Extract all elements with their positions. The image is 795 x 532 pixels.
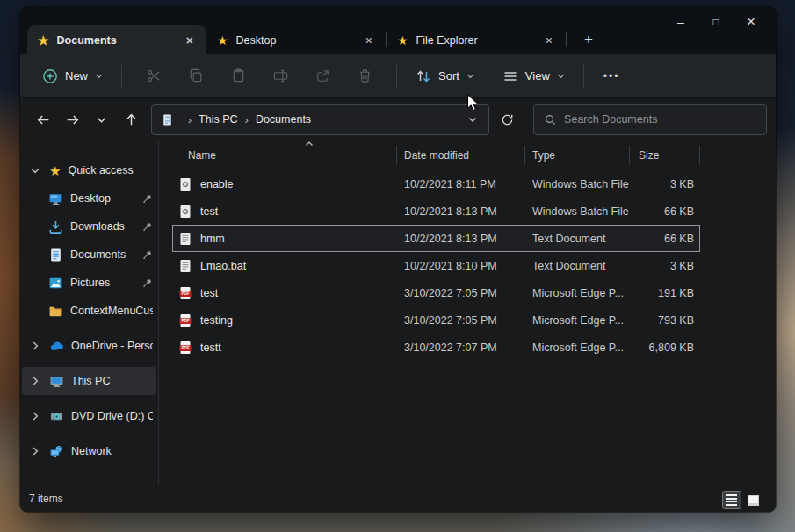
column-header-date-modified[interactable]: Date modified bbox=[397, 146, 525, 165]
copy-icon[interactable] bbox=[187, 68, 205, 85]
up-button[interactable] bbox=[119, 107, 143, 132]
tab-label: Desktop bbox=[236, 34, 361, 47]
address-bar[interactable]: › This PC › Documents bbox=[151, 104, 489, 135]
sort-icon bbox=[415, 68, 432, 85]
sort-button[interactable]: Sort bbox=[408, 62, 482, 90]
sidebar-item-label: ContextMenuCust bbox=[70, 305, 153, 317]
svg-text:PDF: PDF bbox=[181, 319, 189, 323]
sidebar-item-label: OneDrive - Personal bbox=[71, 340, 153, 352]
back-button[interactable] bbox=[32, 107, 55, 132]
breadcrumb-this-pc[interactable]: This PC bbox=[199, 113, 237, 126]
recent-locations-button[interactable] bbox=[90, 107, 113, 132]
column-header-type[interactable]: Type bbox=[525, 146, 630, 165]
tab-label: Documents bbox=[57, 34, 182, 47]
sidebar-item-desktop[interactable]: Desktop bbox=[20, 184, 158, 212]
share-icon[interactable] bbox=[314, 68, 331, 85]
file-size: 3 KB bbox=[630, 260, 700, 272]
sidebar-item-quick-access[interactable]: ★ Quick access bbox=[20, 156, 158, 184]
file-date: 10/2/2021 8:11 PM bbox=[397, 178, 525, 191]
file-date: 3/10/2022 7:05 PM bbox=[397, 314, 525, 327]
maximize-button[interactable]: □ bbox=[698, 11, 734, 33]
sidebar-item-onedrive[interactable]: OneDrive - Personal bbox=[20, 332, 158, 360]
batch-file-icon bbox=[178, 205, 192, 219]
details-view-button[interactable] bbox=[723, 492, 741, 508]
tab-close-icon[interactable]: × bbox=[182, 32, 198, 49]
file-type: Windows Batch File bbox=[525, 205, 630, 218]
address-dropdown-icon[interactable] bbox=[467, 114, 478, 125]
file-type: Text Document bbox=[525, 233, 630, 245]
sidebar-item-contextmenucust[interactable]: ContextMenuCust bbox=[20, 297, 158, 325]
file-name: test bbox=[200, 287, 218, 299]
toolbar-divider bbox=[121, 65, 122, 88]
tab-desktop[interactable]: ★ Desktop × bbox=[206, 25, 386, 54]
new-button[interactable]: New bbox=[34, 62, 111, 90]
sidebar-item-pictures[interactable]: Pictures bbox=[20, 269, 158, 297]
window-controls: – □ × bbox=[663, 11, 769, 33]
file-row[interactable]: Lmao.bat 10/2/2021 8:10 PM Text Document… bbox=[172, 252, 700, 279]
delete-icon[interactable] bbox=[356, 68, 373, 85]
view-label: View bbox=[525, 69, 550, 83]
file-size: 66 KB bbox=[630, 233, 700, 245]
file-row[interactable]: PDF testt 3/10/2022 7:07 PM Microsoft Ed… bbox=[172, 334, 700, 361]
file-row[interactable]: PDF testing 3/10/2022 7:05 PM Microsoft … bbox=[172, 306, 700, 334]
status-bar: 7 items bbox=[20, 485, 776, 512]
chevron-right-icon[interactable] bbox=[29, 410, 41, 422]
toolbar-divider bbox=[396, 65, 397, 88]
chevron-right-icon[interactable] bbox=[29, 340, 41, 352]
minimize-button[interactable]: – bbox=[663, 11, 698, 33]
cut-icon[interactable] bbox=[145, 68, 163, 85]
column-header-name[interactable]: Name bbox=[172, 146, 397, 165]
sidebar-item-this-pc[interactable]: This PC bbox=[22, 367, 156, 395]
sort-label: Sort bbox=[438, 69, 459, 83]
file-size: 3 KB bbox=[630, 178, 700, 191]
sidebar-item-label: Documents bbox=[70, 248, 141, 261]
chevron-right-icon[interactable] bbox=[29, 375, 41, 387]
column-header-size[interactable]: Size bbox=[630, 146, 700, 165]
tab-close-icon[interactable]: × bbox=[361, 32, 377, 49]
mouse-cursor bbox=[466, 94, 480, 112]
close-button[interactable]: × bbox=[734, 11, 769, 33]
tab-file-explorer[interactable]: ★ File Explorer × bbox=[387, 25, 566, 54]
file-row-selected[interactable]: hmm 10/2/2021 8:13 PM Text Document 66 K… bbox=[172, 225, 700, 252]
column-label: Date modified bbox=[404, 149, 469, 162]
sidebar-item-network[interactable]: Network bbox=[20, 437, 158, 465]
sidebar-item-downloads[interactable]: Downloads bbox=[20, 212, 158, 241]
onedrive-cloud-icon bbox=[49, 339, 64, 354]
file-name: test bbox=[200, 205, 218, 218]
file-row[interactable]: enable 10/2/2021 8:11 PM Windows Batch F… bbox=[172, 170, 700, 198]
new-tab-button[interactable]: + bbox=[575, 26, 602, 53]
navigation-row: › This PC › Documents bbox=[20, 98, 776, 140]
folder-icon bbox=[48, 304, 63, 319]
file-row[interactable]: test 10/2/2021 8:13 PM Windows Batch Fil… bbox=[172, 198, 700, 225]
sort-ascending-icon bbox=[304, 140, 314, 149]
forward-button[interactable] bbox=[61, 107, 84, 132]
file-date: 3/10/2022 7:05 PM bbox=[397, 287, 525, 299]
sidebar-item-documents[interactable]: Documents bbox=[20, 241, 158, 269]
chevron-down-icon bbox=[466, 71, 475, 81]
see-more-button[interactable]: ••• bbox=[595, 65, 629, 88]
chevron-down-icon[interactable] bbox=[29, 164, 41, 176]
sidebar-item-dvd-drive[interactable]: DVD Drive (D:) CCCO bbox=[20, 402, 158, 430]
chevron-right-icon[interactable] bbox=[29, 445, 41, 457]
file-size: 6,809 KB bbox=[630, 341, 700, 354]
tab-documents[interactable]: ★ Documents × bbox=[27, 25, 206, 54]
svg-text:PDF: PDF bbox=[181, 346, 189, 350]
tab-close-icon[interactable]: × bbox=[541, 32, 557, 49]
new-label: New bbox=[65, 69, 88, 83]
search-input[interactable] bbox=[564, 113, 755, 126]
search-box[interactable] bbox=[533, 104, 767, 135]
tab-strip: – □ × ★ Documents × ★ Desktop × ★ File E… bbox=[20, 7, 776, 54]
large-icons-view-button[interactable] bbox=[744, 492, 762, 508]
file-row[interactable]: PDF test 3/10/2022 7:05 PM Microsoft Edg… bbox=[172, 279, 700, 306]
text-document-icon bbox=[178, 259, 192, 273]
refresh-button[interactable] bbox=[495, 106, 520, 133]
sidebar-item-label: Pictures bbox=[70, 277, 141, 289]
breadcrumb-documents[interactable]: Documents bbox=[256, 113, 311, 126]
paste-icon[interactable] bbox=[229, 68, 247, 85]
view-button[interactable]: View bbox=[495, 62, 573, 90]
file-type: Microsoft Edge P... bbox=[525, 287, 630, 299]
column-label: Type bbox=[532, 149, 555, 162]
file-date: 10/2/2021 8:13 PM bbox=[397, 233, 525, 245]
column-headers: Name Date modified Type Size bbox=[172, 140, 700, 170]
rename-icon[interactable] bbox=[271, 68, 289, 85]
